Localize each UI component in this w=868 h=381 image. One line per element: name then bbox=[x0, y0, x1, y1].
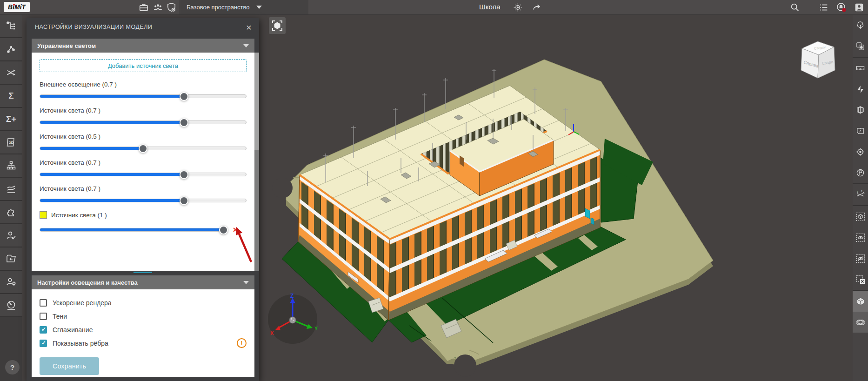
gizmo-x-label: X bbox=[270, 330, 274, 336]
clear-selection-icon[interactable] bbox=[853, 269, 868, 290]
slider-row: Источник света (0.7 ) bbox=[40, 107, 247, 124]
notifications-icon[interactable] bbox=[835, 1, 847, 13]
search-icon[interactable] bbox=[789, 1, 801, 13]
user-account-icon[interactable] bbox=[853, 1, 865, 13]
section-cube-icon[interactable] bbox=[853, 100, 868, 120]
flag-icon[interactable] bbox=[853, 162, 868, 183]
selection-frames-icon[interactable] bbox=[853, 36, 868, 57]
floorplan-icon[interactable] bbox=[853, 120, 868, 141]
slider-row: Внешнее освещение (0.7 ) bbox=[40, 81, 247, 98]
focus-target-icon[interactable] bbox=[853, 141, 868, 162]
antialiasing-checkbox[interactable] bbox=[40, 326, 47, 334]
slider-row: Источник света (0.5 ) bbox=[40, 133, 247, 150]
ruler-icon[interactable] bbox=[853, 57, 868, 79]
help-button[interactable]: ? bbox=[5, 360, 20, 374]
add-light-source-button[interactable]: Добавить источник света bbox=[40, 59, 247, 72]
checkbox-row: Показывать рёбра ! bbox=[40, 336, 247, 350]
warning-icon: ! bbox=[237, 338, 247, 348]
panel-title: НАСТРОЙКИ ВИЗУАЛИЗАЦИИ МОДЕЛИ bbox=[35, 24, 152, 30]
light-source-slider-2[interactable] bbox=[40, 147, 247, 150]
projects-icon[interactable] bbox=[138, 1, 149, 13]
save-button[interactable]: Сохранить bbox=[40, 357, 99, 375]
team-icon[interactable] bbox=[152, 1, 164, 13]
top-bar: BiMiT Базовое пространство Школа bbox=[0, 0, 868, 15]
close-icon[interactable]: × bbox=[246, 22, 252, 32]
chevron-down-icon bbox=[243, 281, 249, 284]
plugins-puzzle-icon[interactable] bbox=[0, 201, 22, 224]
light-color-swatch[interactable] bbox=[40, 211, 47, 219]
light-control-body: Добавить источник света Внешнее освещени… bbox=[32, 53, 254, 271]
panel-resize-handle[interactable] bbox=[134, 272, 152, 273]
menu-list-icon[interactable] bbox=[818, 1, 829, 13]
orbit-mode-icon[interactable] bbox=[853, 312, 868, 333]
folder-import-icon[interactable] bbox=[0, 247, 22, 271]
show-edges-checkbox[interactable] bbox=[40, 340, 47, 347]
fit-view-button[interactable] bbox=[269, 17, 286, 34]
slider-label: Источник света (0.7 ) bbox=[40, 159, 100, 166]
render-acceleration-checkbox[interactable] bbox=[40, 299, 47, 307]
checkbox-row: Ускорение рендера bbox=[40, 296, 247, 309]
navigation-cube[interactable]: Сверху Справа Сзади bbox=[796, 37, 839, 80]
measure-lines-icon[interactable]: 1 2 bbox=[853, 183, 868, 205]
quality-settings-body: Ускорение рендера Тени Сглаживание Показ… bbox=[32, 289, 254, 377]
view-2d-icon[interactable]: 2D bbox=[0, 131, 22, 154]
gizmo-z-label: Z bbox=[290, 293, 294, 299]
slider-thumb[interactable] bbox=[180, 196, 188, 205]
visualization-settings-panel: НАСТРОЙКИ ВИЗУАЛИЗАЦИИ МОДЕЛИ × Управлен… bbox=[27, 18, 259, 381]
slider-label: Источник света (0.7 ) bbox=[40, 185, 100, 192]
light-source-slider-4[interactable] bbox=[40, 199, 247, 202]
box-select-cube-icon[interactable] bbox=[853, 205, 868, 227]
share-icon[interactable] bbox=[530, 1, 542, 13]
charts-icon[interactable] bbox=[0, 178, 22, 201]
hide-selection-eye-off-icon[interactable] bbox=[853, 248, 868, 269]
scrollbar-thumb[interactable] bbox=[254, 53, 259, 150]
flash-icon[interactable] bbox=[853, 79, 868, 100]
checkbox-label: Ускорение рендера bbox=[53, 299, 112, 307]
axis-gizmo: Z Y X bbox=[267, 292, 319, 344]
panel-scrollbar[interactable] bbox=[254, 53, 259, 271]
shuffle-icon[interactable] bbox=[0, 61, 22, 85]
user-location-icon[interactable] bbox=[0, 271, 22, 294]
shadows-checkbox[interactable] bbox=[40, 313, 47, 320]
model-tree-icon[interactable] bbox=[0, 15, 22, 38]
slider-row: Источник света (1 ) × bbox=[40, 211, 247, 234]
left-toolbar: Σ Σ+ 2D bbox=[0, 15, 22, 381]
checkbox-label: Сглаживание bbox=[53, 326, 93, 334]
solid-view-cube-icon[interactable] bbox=[853, 290, 868, 312]
slider-label: Источник света (0.7 ) bbox=[40, 107, 100, 114]
slider-thumb[interactable] bbox=[180, 170, 188, 179]
workspace-label: Базовое пространство bbox=[187, 4, 250, 11]
checkbox-label: Показывать рёбра bbox=[53, 340, 108, 347]
light-source-slider-1[interactable] bbox=[40, 120, 247, 124]
slider-thumb[interactable] bbox=[219, 226, 228, 234]
slider-thumb[interactable] bbox=[180, 118, 188, 127]
light-source-slider-3[interactable] bbox=[40, 173, 247, 176]
show-selection-eye-icon[interactable] bbox=[853, 227, 868, 248]
slider-thumb[interactable] bbox=[180, 92, 188, 101]
checkbox-row: Сглаживание bbox=[40, 323, 247, 336]
gauge-icon[interactable] bbox=[0, 294, 22, 317]
slider-row: Источник света (0.7 ) bbox=[40, 185, 247, 202]
section-light-control[interactable]: Управление светом bbox=[32, 39, 254, 53]
section-lighting-quality[interactable]: Настройки освещения и качества bbox=[32, 275, 254, 289]
guard-icon[interactable] bbox=[166, 1, 177, 13]
project-title: Школа bbox=[479, 3, 501, 11]
slider-thumb[interactable] bbox=[139, 144, 147, 153]
light-source-slider-5[interactable] bbox=[40, 228, 224, 232]
external-light-slider[interactable] bbox=[40, 94, 247, 98]
environment-tree-icon[interactable] bbox=[853, 15, 868, 36]
sigma-plus-icon[interactable]: Σ+ bbox=[0, 108, 22, 131]
chevron-down-icon bbox=[256, 6, 262, 9]
svg-text:2D: 2D bbox=[9, 140, 13, 145]
app-logo: BiMiT bbox=[4, 2, 30, 12]
user-check-icon[interactable] bbox=[0, 224, 22, 247]
right-toolbar: 1 2 bbox=[853, 15, 868, 381]
checkbox-label: Тени bbox=[53, 313, 67, 320]
org-chart-icon[interactable] bbox=[0, 154, 22, 178]
svg-text:2: 2 bbox=[861, 190, 862, 193]
svg-text:1: 1 bbox=[857, 190, 858, 193]
path-nodes-icon[interactable] bbox=[0, 38, 22, 61]
sigma-icon[interactable]: Σ bbox=[0, 85, 22, 108]
workspace-selector[interactable]: Базовое пространство bbox=[180, 0, 308, 14]
project-settings-gear-icon[interactable] bbox=[512, 1, 523, 13]
